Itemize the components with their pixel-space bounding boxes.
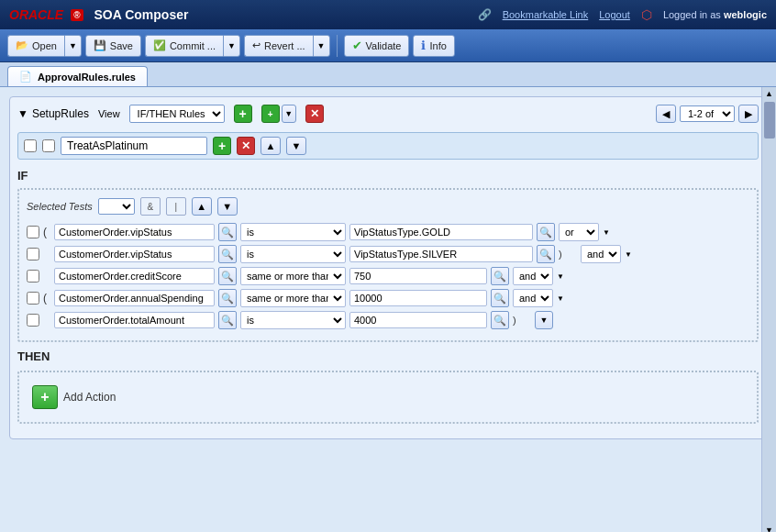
- condition-3-checkbox[interactable]: [27, 270, 39, 283]
- condition-down-btn[interactable]: ▼: [217, 197, 238, 216]
- oracle-box: ®: [71, 9, 83, 21]
- add-action-plus-icon: +: [40, 389, 49, 405]
- add-option-button[interactable]: +: [261, 105, 280, 123]
- if-label: IF: [17, 169, 759, 183]
- condition-row-1: ( 🔍 is is not same or more than 🔍 or and…: [27, 223, 749, 241]
- revert-arrow[interactable]: ▼: [313, 35, 330, 57]
- condition-1-value[interactable]: [349, 224, 533, 240]
- open-label: Open: [32, 40, 57, 51]
- tab-icon: 📄: [19, 71, 32, 83]
- selected-tests-select[interactable]: [98, 198, 135, 215]
- condition-3-value-search[interactable]: 🔍: [491, 267, 509, 285]
- condition-5-value[interactable]: [349, 312, 487, 328]
- delete-condition-button[interactable]: ✕: [237, 137, 255, 155]
- condition-or-btn[interactable]: |: [166, 197, 186, 216]
- page-select[interactable]: 1-2 of 2: [680, 105, 735, 122]
- commit-btn-split[interactable]: ✅ Commit ... ▼: [145, 35, 240, 57]
- condition-up-btn[interactable]: ▲: [192, 197, 212, 216]
- add-dropdown-arrow[interactable]: ▼: [282, 105, 296, 123]
- condition-4-operator[interactable]: same or more than is: [240, 289, 346, 307]
- bookmarkable-link-icon: 🔗: [478, 8, 492, 21]
- view-select[interactable]: IF/THEN Rules Decision Table: [129, 105, 225, 123]
- open-main[interactable]: 📂 Open: [7, 35, 64, 57]
- condition-4-field[interactable]: [54, 290, 215, 306]
- condition-2-field[interactable]: [54, 246, 215, 262]
- condition-3-value[interactable]: [349, 268, 487, 284]
- condition-4-logical-arrow[interactable]: ▼: [557, 294, 564, 303]
- condition-1-logical-arrow[interactable]: ▼: [603, 228, 610, 237]
- condition-3-paren-open: [43, 270, 50, 283]
- revert-main[interactable]: ↩ Revert ...: [244, 35, 313, 57]
- condition-1-value-search[interactable]: 🔍: [537, 223, 555, 241]
- info-icon: ℹ: [421, 39, 426, 52]
- condition-2-value-search[interactable]: 🔍: [537, 245, 555, 263]
- condition-2-logical[interactable]: and or: [581, 245, 621, 263]
- add-action-button[interactable]: +: [32, 385, 58, 409]
- setup-rules-toggle[interactable]: ▼ SetupRules: [17, 107, 89, 120]
- prev-page-button[interactable]: ◀: [656, 105, 676, 123]
- condition-4-value[interactable]: [349, 290, 487, 306]
- condition-3-field[interactable]: [54, 268, 215, 284]
- validate-button[interactable]: ✔ Validate: [344, 35, 410, 57]
- move-down-button[interactable]: ▼: [286, 137, 306, 155]
- condition-5-field[interactable]: [54, 312, 215, 328]
- condition-row-5: 🔍 is is not same or more than 🔍 ) ▼: [27, 311, 749, 329]
- condition-2-search[interactable]: 🔍: [218, 245, 237, 263]
- condition-5-more-arrow[interactable]: ▼: [535, 311, 553, 329]
- condition-4-search[interactable]: 🔍: [218, 289, 237, 307]
- condition-2-checkbox[interactable]: [27, 248, 39, 260]
- condition-2-operator[interactable]: is is not: [240, 245, 346, 263]
- save-button[interactable]: 💾 Save: [85, 35, 141, 57]
- save-icon: 💾: [94, 39, 106, 51]
- next-page-button[interactable]: ▶: [738, 105, 759, 123]
- condition-5-checkbox[interactable]: [27, 314, 39, 327]
- toolbar: 📂 Open ▼ 💾 Save ✅ Commit ... ▼ ↩ Revert …: [0, 29, 776, 62]
- condition-3-search[interactable]: 🔍: [218, 267, 237, 285]
- condition-3-logical-arrow[interactable]: ▼: [557, 272, 564, 281]
- condition-row-3: 🔍 same or more than is is not 🔍 and or ▼: [27, 267, 749, 285]
- condition-and-btn[interactable]: &: [140, 197, 161, 216]
- condition-2-logical-arrow[interactable]: ▼: [625, 250, 632, 259]
- condition-row-2: 🔍 is is not 🔍 ) and or ▼: [27, 245, 749, 263]
- scroll-up-arrow[interactable]: ▲: [765, 89, 773, 98]
- condition-1-checkbox[interactable]: [27, 226, 39, 238]
- oracle-text: ORACLE: [9, 7, 63, 22]
- commit-main[interactable]: ✅ Commit ...: [145, 35, 223, 57]
- condition-1-logical[interactable]: or and: [559, 223, 599, 241]
- scroll-down-arrow[interactable]: ▼: [765, 526, 773, 532]
- condition-5-operator[interactable]: is is not same or more than: [240, 311, 346, 329]
- tab-bar: 📄 ApprovalRules.rules: [0, 62, 776, 87]
- condition-3-logical[interactable]: and or: [513, 267, 553, 285]
- add-condition-button[interactable]: +: [213, 137, 231, 155]
- top-links: 🔗 Bookmarkable Link Logout ⬡ Logged in a…: [478, 7, 767, 22]
- condition-1-search[interactable]: 🔍: [218, 223, 237, 241]
- delete-rule-button[interactable]: ✕: [305, 105, 324, 123]
- scroll-thumb[interactable]: [764, 102, 775, 139]
- condition-2-value[interactable]: [349, 246, 533, 262]
- info-button[interactable]: ℹ Info: [413, 35, 454, 57]
- approval-rules-tab[interactable]: 📄 ApprovalRules.rules: [7, 66, 148, 86]
- condition-4-checkbox[interactable]: [27, 292, 39, 305]
- condition-5-paren-open: [43, 314, 50, 327]
- condition-4-logical[interactable]: and or: [513, 289, 553, 307]
- add-rule-button[interactable]: +: [234, 105, 252, 123]
- rule-checkbox-2[interactable]: [42, 139, 55, 152]
- condition-5-paren-close: ): [513, 315, 531, 326]
- condition-1-operator[interactable]: is is not same or more than: [240, 223, 346, 241]
- revert-btn-split[interactable]: ↩ Revert ... ▼: [244, 35, 330, 57]
- rule-checkbox[interactable]: [24, 139, 37, 152]
- condition-4-value-search[interactable]: 🔍: [491, 289, 509, 307]
- commit-arrow[interactable]: ▼: [223, 35, 240, 57]
- vertical-scrollbar[interactable]: ▲ ▼: [761, 87, 776, 532]
- open-btn-split[interactable]: 📂 Open ▼: [7, 35, 82, 57]
- logout-link[interactable]: Logout: [599, 9, 630, 20]
- open-arrow[interactable]: ▼: [64, 35, 82, 57]
- bookmarkable-link[interactable]: Bookmarkable Link: [503, 9, 589, 20]
- condition-4-paren-open: (: [43, 292, 50, 305]
- rule-name-input[interactable]: TreatAsPlatinum: [61, 137, 207, 155]
- condition-1-field[interactable]: [54, 224, 215, 240]
- condition-3-operator[interactable]: same or more than is is not: [240, 267, 346, 285]
- condition-5-value-search[interactable]: 🔍: [491, 311, 509, 329]
- condition-5-search[interactable]: 🔍: [218, 311, 237, 329]
- move-up-button[interactable]: ▲: [261, 137, 281, 155]
